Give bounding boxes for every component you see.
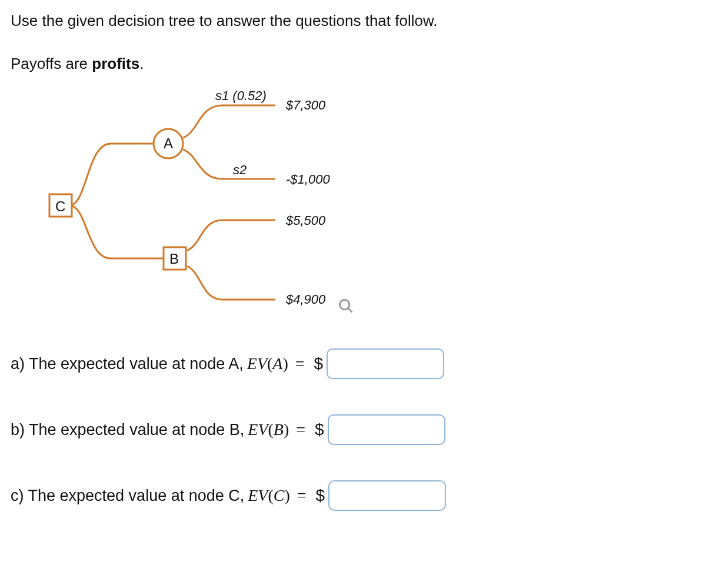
- question-c-text: c) The expected value at node C,: [11, 487, 244, 505]
- payoffs-line: Payoffs are profits.: [11, 55, 695, 73]
- question-a-text: a) The expected value at node A,: [11, 355, 244, 373]
- payoff-a-s1: $7,300: [286, 98, 325, 113]
- currency-a: $: [314, 354, 324, 373]
- ev-c-func: EV: [248, 486, 268, 504]
- currency-c: $: [316, 486, 325, 505]
- payoff-b-1: $5,500: [286, 213, 325, 228]
- question-b-text: b) The expected value at node B,: [11, 421, 244, 439]
- ev-b-var: B: [274, 420, 284, 438]
- node-a-label: A: [164, 135, 173, 152]
- payoffs-bold: profits: [92, 55, 139, 72]
- s2-label: s2: [233, 162, 247, 178]
- currency-b: $: [315, 420, 324, 439]
- eq-sign-a: =: [295, 354, 305, 373]
- svg-line-4: [348, 308, 352, 313]
- tree-svg: [11, 85, 387, 320]
- eq-sign-c: =: [297, 486, 307, 505]
- decision-tree-diagram: C A B s1 (0.52) s2 $7,300 -$1,000 $5,500…: [11, 85, 387, 320]
- ev-b-expr: EV(B): [248, 420, 289, 439]
- ev-c-var: C: [274, 486, 285, 504]
- ev-a-var: A: [272, 354, 282, 373]
- payoff-a-s2: -$1,000: [286, 172, 330, 187]
- payoffs-prefix: Payoffs are: [11, 55, 92, 72]
- s1-label: s1 (0.52): [215, 88, 267, 104]
- node-b-label: B: [169, 251, 179, 267]
- answer-input-b[interactable]: [328, 414, 445, 445]
- ev-a-func: EV: [247, 354, 267, 373]
- instruction-text: Use the given decision tree to answer th…: [11, 11, 695, 31]
- answer-input-c[interactable]: [328, 480, 446, 511]
- node-c-label: C: [55, 198, 65, 215]
- question-b: b) The expected value at node B, EV(B) =…: [11, 414, 695, 445]
- eq-sign-b: =: [296, 420, 305, 439]
- svg-point-3: [340, 300, 349, 310]
- payoffs-suffix: .: [139, 55, 144, 72]
- payoff-b-2: $4,900: [286, 292, 325, 307]
- ev-b-func: EV: [248, 420, 268, 438]
- question-a: a) The expected value at node A, EV(A) =…: [11, 348, 695, 379]
- ev-a-expr: EV(A): [247, 354, 288, 373]
- answer-input-a[interactable]: [327, 348, 444, 379]
- question-c: c) The expected value at node C, EV(C) =…: [11, 480, 695, 511]
- ev-c-expr: EV(C): [248, 486, 290, 505]
